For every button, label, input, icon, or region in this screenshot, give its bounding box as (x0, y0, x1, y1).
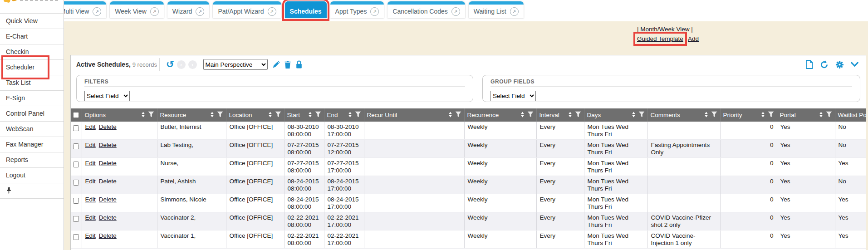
perspective-select[interactable]: Main Perspective (203, 59, 268, 70)
col-header-icons[interactable] (520, 111, 534, 119)
col-header-icons[interactable] (141, 111, 154, 119)
col-header-waitlist-po[interactable]: Waitlist Po (835, 108, 866, 122)
filter-funnel-icon[interactable] (575, 111, 581, 119)
delete-link[interactable]: Delete (99, 123, 117, 130)
col-header-portal[interactable]: Portal (777, 108, 835, 122)
col-header-days[interactable]: Days (584, 108, 647, 122)
sidebar-item-webscan[interactable]: WebScan (0, 122, 64, 137)
filter-funnel-icon[interactable] (711, 111, 717, 119)
gear-icon[interactable] (835, 60, 844, 69)
tab-pat-appt-wizard[interactable]: Pat/Appt Wizard↗ (213, 1, 281, 18)
sort-icon[interactable] (631, 111, 636, 119)
col-header-comments[interactable]: Comments (647, 108, 720, 122)
edit-link[interactable]: Edit (85, 214, 96, 221)
delete-link[interactable]: Delete (99, 178, 117, 185)
undo-icon[interactable]: ↺ (166, 60, 174, 69)
group-fields-select[interactable]: Select Field (490, 91, 536, 101)
select-all-checkbox[interactable] (73, 112, 79, 118)
sort-icon[interactable] (141, 111, 146, 119)
sidebar-item-scheduler[interactable]: Scheduler (0, 60, 64, 75)
edit-link[interactable]: Edit (85, 160, 96, 167)
lock-perspective-icon[interactable] (295, 60, 303, 69)
next-perspective-button[interactable]: › (188, 60, 197, 69)
sidebar-item-fax-manager[interactable]: Fax Manager (0, 137, 64, 152)
prev-perspective-button[interactable]: ‹ (177, 60, 186, 69)
row-checkbox[interactable] (73, 162, 79, 167)
filter-funnel-icon[interactable] (355, 111, 361, 119)
filter-funnel-icon[interactable] (315, 111, 321, 119)
col-header-start[interactable]: Start (284, 108, 324, 122)
edit-link[interactable]: Edit (85, 232, 96, 239)
col-header-recur-until[interactable]: Recur Until (364, 108, 464, 122)
new-document-icon[interactable] (805, 60, 813, 69)
sidebar-item-e-sign[interactable]: E-Sign (0, 91, 64, 106)
tab-wizard[interactable]: Wizard↗ (167, 1, 210, 18)
col-header-icons[interactable] (268, 111, 281, 119)
sidebar-item-e-chart[interactable]: E-Chart (0, 29, 64, 44)
sort-icon[interactable] (210, 111, 215, 119)
tab-cancellation-codes[interactable]: Cancellation Codes↗ (387, 1, 465, 18)
col-header-icons[interactable] (819, 111, 832, 119)
external-link-icon[interactable]: ↗ (268, 7, 276, 16)
row-checkbox[interactable] (73, 143, 79, 149)
sidebar-item-logout[interactable]: Logout (0, 168, 64, 183)
col-header-location[interactable]: Location (226, 108, 284, 122)
col-header-recurrence[interactable]: Recurrence (464, 108, 536, 122)
row-checkbox[interactable] (73, 125, 79, 131)
guided-template-link[interactable]: Guided Template (637, 35, 683, 42)
tab-week-view[interactable]: Week View↗ (110, 1, 164, 18)
refresh-icon[interactable] (820, 60, 829, 69)
col-header-icons[interactable] (704, 111, 717, 119)
col-header-icons[interactable] (348, 111, 361, 119)
col-header-priority[interactable]: Priority (720, 108, 777, 122)
tab-waiting-list[interactable]: Waiting List↗ (469, 1, 524, 18)
col-header-resource[interactable]: Resource (157, 108, 226, 122)
sort-icon[interactable] (568, 111, 573, 119)
sidebar-pin-row[interactable] (0, 183, 64, 199)
tab-schedules[interactable]: Schedules (285, 1, 327, 18)
edit-perspective-icon[interactable] (272, 61, 280, 69)
col-header-icons[interactable] (210, 111, 223, 119)
sidebar-item-task-list[interactable]: Task List (0, 75, 64, 91)
col-header-options[interactable]: Options (82, 108, 157, 122)
sort-icon[interactable] (760, 111, 765, 119)
add-link[interactable]: Add (688, 35, 699, 42)
col-header-icons[interactable] (631, 111, 645, 119)
external-link-icon[interactable]: ↗ (93, 7, 101, 16)
filters-field-select[interactable]: Select Field (84, 91, 130, 101)
sort-icon[interactable] (448, 111, 453, 119)
pin-icon[interactable] (6, 187, 12, 194)
edit-link[interactable]: Edit (85, 178, 96, 185)
delete-link[interactable]: Delete (99, 214, 117, 221)
col-header-end[interactable]: End (324, 108, 364, 122)
external-link-icon[interactable]: ↗ (150, 7, 159, 16)
sort-icon[interactable] (520, 111, 525, 119)
filter-funnel-icon[interactable] (455, 111, 461, 119)
external-link-icon[interactable]: ↗ (196, 7, 204, 16)
external-link-icon[interactable]: ↗ (370, 7, 379, 16)
month-week-view-link[interactable]: Month/Week View (640, 26, 689, 33)
delete-link[interactable]: Delete (99, 196, 117, 203)
edit-link[interactable]: Edit (85, 196, 96, 203)
external-link-icon[interactable]: ↗ (451, 7, 460, 16)
filter-funnel-icon[interactable] (217, 111, 223, 119)
sort-icon[interactable] (268, 111, 273, 119)
filter-funnel-icon[interactable] (768, 111, 774, 119)
external-link-icon[interactable]: ↗ (510, 7, 519, 16)
filter-funnel-icon[interactable] (275, 111, 281, 119)
delete-perspective-icon[interactable] (284, 61, 291, 69)
delete-link[interactable]: Delete (99, 160, 117, 167)
col-header-interval[interactable]: Interval (536, 108, 584, 122)
filter-funnel-icon[interactable] (527, 111, 534, 119)
sort-icon[interactable] (819, 111, 824, 119)
edit-link[interactable]: Edit (85, 123, 96, 130)
sort-icon[interactable] (704, 111, 709, 119)
sort-icon[interactable] (308, 111, 313, 119)
filter-funnel-icon[interactable] (826, 111, 832, 119)
row-checkbox[interactable] (73, 198, 79, 204)
tab-appt-types[interactable]: Appt Types↗ (330, 1, 384, 18)
filter-funnel-icon[interactable] (638, 111, 645, 119)
col-header-icons[interactable] (760, 111, 774, 119)
collapse-chevron-icon[interactable] (851, 62, 858, 67)
sidebar-item-checkin[interactable]: Checkin (0, 44, 64, 60)
